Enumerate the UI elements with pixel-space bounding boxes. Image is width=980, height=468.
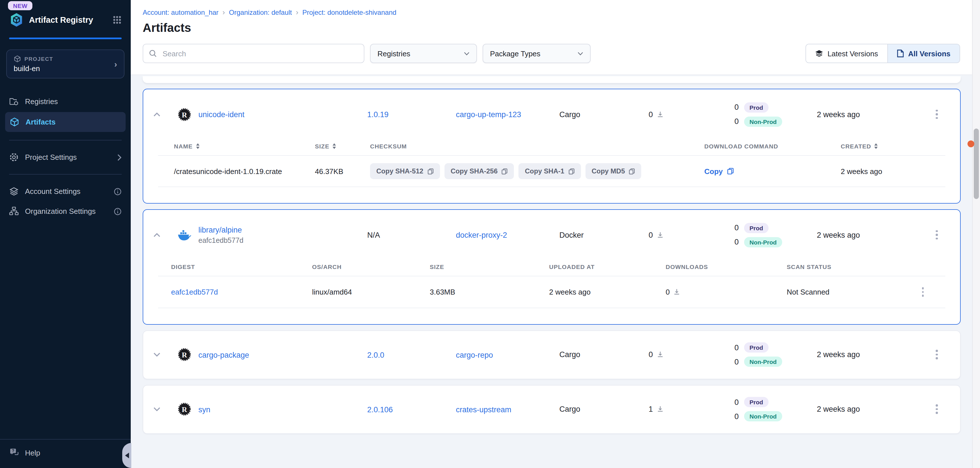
collapse-row-button[interactable] bbox=[143, 112, 170, 116]
sidebar-divider bbox=[9, 174, 122, 175]
artifact-version-link[interactable]: 1.0.19 bbox=[367, 110, 388, 119]
collapse-row-button[interactable] bbox=[143, 233, 170, 237]
latest-versions-button[interactable]: Latest Versions bbox=[806, 45, 887, 62]
project-label: PROJECT bbox=[24, 56, 53, 62]
artifact-downloads-count: 1 bbox=[649, 405, 653, 414]
nonprod-badge: Non-Prod bbox=[744, 357, 783, 367]
copy-sha1-button[interactable]: Copy SHA-1 bbox=[519, 163, 581, 179]
artifact-name-link[interactable]: unicode-ident bbox=[198, 110, 245, 119]
artifact-created: 2 weeks ago bbox=[817, 405, 913, 414]
breadcrumb-organization-link[interactable]: Organization: default bbox=[229, 8, 292, 16]
manifest-scan-status: Not Scanned bbox=[787, 288, 900, 296]
artifact-registry-link[interactable]: cargo-up-temp-123 bbox=[456, 110, 521, 119]
file-name: /cratesunicode-ident-1.0.19.crate bbox=[158, 167, 315, 175]
prod-badge: Prod bbox=[744, 102, 769, 112]
sidebar-item-registries[interactable]: Registries bbox=[0, 92, 131, 111]
search-input[interactable] bbox=[161, 49, 358, 58]
row-menu-kebab[interactable] bbox=[932, 347, 941, 363]
search-icon bbox=[149, 49, 157, 57]
expand-row-button[interactable] bbox=[143, 353, 170, 357]
artifact-version-link[interactable]: 2.0.0 bbox=[367, 350, 384, 359]
sidebar-item-account-settings[interactable]: Account Settings bbox=[0, 181, 131, 201]
org-chart-icon bbox=[9, 207, 19, 216]
artifact-name-link[interactable]: cargo-package bbox=[198, 350, 249, 359]
all-versions-button[interactable]: All Versions bbox=[887, 45, 959, 62]
cargo-package-icon: R bbox=[170, 347, 198, 362]
artifact-row: R cargo-package 2.0.0 cargo-repo Cargo 0… bbox=[143, 331, 960, 379]
scrollbar-thumb[interactable] bbox=[974, 129, 979, 199]
artifact-version-link[interactable]: 2.0.106 bbox=[367, 405, 393, 414]
app-switcher-button[interactable] bbox=[113, 15, 122, 24]
expand-row-button[interactable] bbox=[143, 407, 170, 411]
artifact-registry-link[interactable]: docker-proxy-2 bbox=[456, 231, 507, 239]
sidebar-item-label: Registries bbox=[25, 97, 58, 106]
search-box[interactable] bbox=[143, 44, 364, 63]
scrollbar-track[interactable] bbox=[972, 0, 980, 468]
page-title: Artifacts bbox=[143, 21, 960, 35]
artifact-created: 2 weeks ago bbox=[817, 350, 913, 359]
sidebar-item-project-settings[interactable]: Project Settings bbox=[0, 147, 131, 167]
artifact-card-syn: R syn 2.0.106 crates-upstream Cargo 1 0P… bbox=[143, 385, 961, 434]
grid-icon bbox=[113, 15, 122, 24]
copy-md5-button[interactable]: Copy MD5 bbox=[585, 163, 641, 179]
copy-sha256-button[interactable]: Copy SHA-256 bbox=[444, 163, 514, 179]
column-header-name[interactable]: NAME bbox=[158, 143, 315, 150]
sidebar-nav: Registries Artifacts Project bbox=[0, 92, 131, 221]
app-title: Artifact Registry bbox=[29, 15, 93, 24]
download-icon bbox=[673, 288, 681, 296]
row-menu-kebab[interactable] bbox=[932, 227, 941, 243]
artifact-registry-link[interactable]: cargo-repo bbox=[456, 350, 493, 359]
copy-sha512-button[interactable]: Copy SHA-512 bbox=[370, 163, 440, 179]
column-header-created[interactable]: CREATED bbox=[841, 143, 945, 150]
breadcrumb-account-link[interactable]: Account: automation_har bbox=[143, 8, 219, 16]
alert-indicator[interactable] bbox=[967, 140, 974, 147]
files-table: NAME SIZE CHECKSUM DOWNLOAD COMMAND CREA… bbox=[158, 139, 945, 203]
download-icon bbox=[656, 111, 663, 118]
project-selector[interactable]: PROJECT build-en › bbox=[6, 49, 124, 78]
artifact-name-link[interactable]: library/alpine bbox=[198, 226, 367, 234]
sidebar-item-label: Organization Settings bbox=[25, 207, 96, 215]
file-created: 2 weeks ago bbox=[841, 167, 945, 175]
artifact-row: R unicode-ident 1.0.19 cargo-up-temp-123… bbox=[143, 89, 960, 139]
artifact-created: 2 weeks ago bbox=[817, 110, 913, 119]
download-icon bbox=[656, 406, 663, 413]
registries-dropdown[interactable]: Registries bbox=[370, 44, 477, 63]
digest-link[interactable]: eafc1edb577d bbox=[171, 288, 218, 296]
help-item[interactable]: ? Help bbox=[0, 439, 131, 468]
deployments-cell: 0Prod 0Non-Prod bbox=[735, 397, 817, 421]
sort-icon bbox=[196, 143, 199, 149]
svg-text:R: R bbox=[182, 111, 188, 119]
row-menu-kebab[interactable] bbox=[919, 284, 928, 300]
file-size: 46.37KB bbox=[315, 167, 370, 175]
row-menu-kebab[interactable] bbox=[932, 106, 941, 123]
package-types-dropdown[interactable]: Package Types bbox=[483, 44, 590, 63]
sidebar-item-label: Artifacts bbox=[25, 118, 56, 126]
row-menu-kebab[interactable] bbox=[932, 401, 941, 417]
column-header-size[interactable]: SIZE bbox=[315, 143, 370, 150]
artifact-card-library-alpine: library/alpine eafc1edb577d N/A docker-p… bbox=[143, 209, 961, 325]
deployments-cell: 0Prod 0Non-Prod bbox=[735, 342, 817, 367]
breadcrumb: Account: automation_har › Organization: … bbox=[143, 8, 960, 16]
prod-count: 0 bbox=[735, 103, 739, 111]
breadcrumb-project-link[interactable]: Project: donotdelete-shivanand bbox=[302, 8, 396, 16]
sidebar-item-artifacts[interactable]: Artifacts bbox=[5, 112, 126, 132]
artifact-type: Cargo bbox=[559, 350, 649, 359]
sidebar-item-label: Account Settings bbox=[25, 187, 80, 196]
info-icon[interactable] bbox=[114, 207, 122, 215]
sidebar-item-organization-settings[interactable]: Organization Settings bbox=[0, 201, 131, 221]
deployments-cell: 0Prod 0Non-Prod bbox=[735, 102, 817, 127]
manifests-table-header: DIGEST OS/ARCH SIZE UPLOADED AT DOWNLOAD… bbox=[158, 260, 945, 276]
breadcrumb-separator: › bbox=[296, 8, 298, 16]
info-icon[interactable] bbox=[114, 187, 122, 195]
artifact-list: R unicode-ident 1.0.19 cargo-up-temp-123… bbox=[131, 75, 972, 468]
copy-download-command-link[interactable]: Copy bbox=[704, 167, 841, 175]
manifest-os-arch: linux/amd64 bbox=[312, 288, 430, 296]
column-header-download-command: DOWNLOAD COMMAND bbox=[704, 143, 841, 150]
page-header: Account: automation_har › Organization: … bbox=[131, 0, 972, 36]
artifact-registry-link[interactable]: crates-upstream bbox=[456, 405, 511, 414]
artifact-name-link[interactable]: syn bbox=[198, 405, 210, 414]
svg-text:R: R bbox=[182, 406, 188, 414]
cargo-package-icon: R bbox=[170, 107, 198, 121]
cargo-package-icon: R bbox=[170, 402, 198, 416]
artifact-card-cargo-package: R cargo-package 2.0.0 cargo-repo Cargo 0… bbox=[143, 330, 961, 379]
